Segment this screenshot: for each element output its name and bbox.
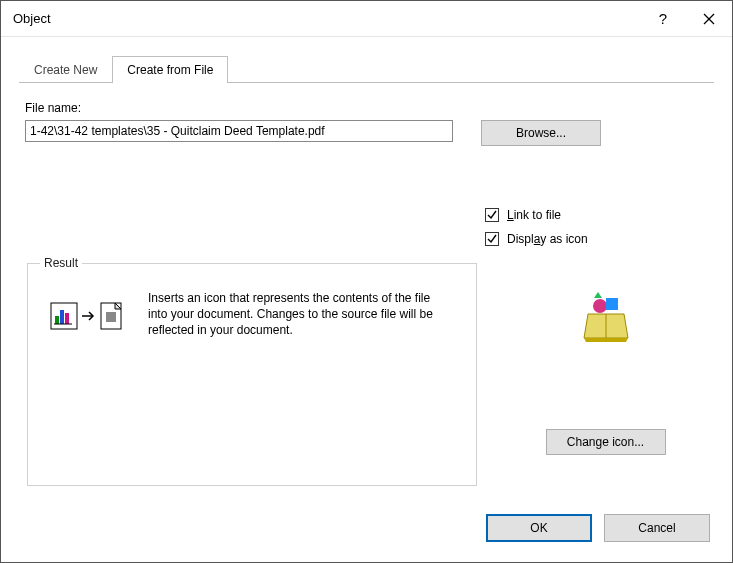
checkbox-link-to-file[interactable]: Link to file — [485, 208, 708, 222]
file-name-input[interactable] — [25, 120, 453, 142]
result-legend: Result — [40, 256, 82, 270]
close-icon — [703, 13, 715, 25]
document-chart-icon — [50, 302, 78, 330]
check-icon — [487, 210, 497, 220]
svg-rect-15 — [606, 298, 618, 310]
dialog-footer: OK Cancel — [1, 500, 732, 558]
arrow-right-icon — [80, 308, 96, 324]
check-icon — [487, 234, 497, 244]
checkbox-label: Link to file — [507, 208, 561, 222]
result-groupbox: Result — [27, 256, 477, 486]
result-illustration — [50, 294, 126, 339]
svg-rect-5 — [65, 313, 69, 324]
tab-create-from-file[interactable]: Create from File — [112, 56, 228, 83]
svg-rect-3 — [55, 316, 59, 324]
tab-strip: Create New Create from File — [19, 55, 714, 83]
dialog-title: Object — [13, 11, 640, 26]
svg-rect-4 — [60, 310, 64, 324]
svg-marker-16 — [594, 292, 602, 298]
title-bar: Object ? — [1, 1, 732, 37]
cancel-button[interactable]: Cancel — [604, 514, 710, 542]
change-icon-button[interactable]: Change icon... — [546, 429, 666, 455]
svg-point-14 — [593, 299, 607, 313]
checkbox-display-as-icon[interactable]: Display as icon — [485, 232, 708, 246]
tab-create-new[interactable]: Create New — [19, 56, 112, 83]
svg-marker-12 — [584, 338, 628, 342]
file-name-label: File name: — [25, 101, 708, 115]
checkbox-box — [485, 208, 499, 222]
svg-rect-10 — [106, 312, 116, 322]
help-button[interactable]: ? — [640, 1, 686, 37]
result-description: Inserts an icon that represents the cont… — [148, 290, 448, 339]
checkbox-label: Display as icon — [507, 232, 588, 246]
ok-button[interactable]: OK — [486, 514, 592, 542]
checkbox-box — [485, 232, 499, 246]
package-icon — [582, 292, 630, 345]
browse-button[interactable]: Browse... — [481, 120, 601, 146]
close-button[interactable] — [686, 1, 732, 37]
document-icon — [98, 302, 126, 330]
